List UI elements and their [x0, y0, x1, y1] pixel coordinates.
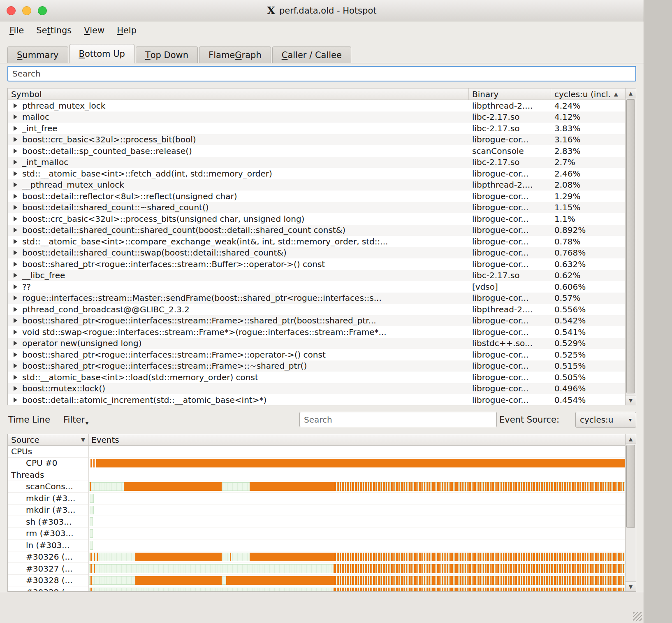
timeline-row[interactable]: rm (#303... [8, 528, 625, 540]
table-row[interactable]: boost::shared_ptr<rogue::interfaces::str… [8, 258, 625, 270]
timeline-row[interactable]: scanCons... [8, 481, 625, 493]
timeline-row[interactable]: CPUs [8, 446, 625, 458]
table-row[interactable]: boost::mutex::lock()librogue-cor...0.496… [8, 383, 625, 395]
table-row[interactable]: operator new(unsigned long)libstdc++.so.… [8, 338, 625, 349]
timeline-row[interactable]: sh (#303... [8, 516, 625, 528]
tab-flame-graph[interactable]: Flame Graph [199, 46, 271, 63]
table-row[interactable]: rogue::interfaces::stream::Master::sendF… [8, 293, 625, 304]
table-row[interactable]: boost::detail::shared_count::shared_coun… [8, 225, 625, 236]
expand-icon[interactable] [14, 182, 17, 187]
timeline-row[interactable]: ln (#303... [8, 539, 625, 551]
column-header-symbol[interactable]: Symbol [8, 88, 469, 100]
timeline-events-cell[interactable] [89, 504, 625, 516]
timeline-row-label[interactable]: #30328 (... [8, 575, 89, 587]
table-row[interactable]: __libc_freelibc-2.17.so0.62% [8, 270, 625, 281]
close-button[interactable] [7, 6, 16, 15]
expand-icon[interactable] [14, 318, 17, 323]
timeline-row[interactable]: mkdir (#3... [8, 504, 625, 516]
expand-icon[interactable] [14, 114, 17, 119]
table-row[interactable]: boost::detail::atomic_increment(std::__a… [8, 394, 625, 405]
timeline-row[interactable]: CPU #0 [8, 458, 625, 470]
menu-file[interactable]: File [3, 23, 30, 38]
expand-icon[interactable] [14, 330, 17, 335]
filter-button[interactable]: Filter ▾ [63, 415, 88, 426]
tab-bottom-up[interactable]: Bottom Up [70, 44, 134, 63]
timeline-group-label[interactable]: CPUs [8, 446, 89, 458]
tab-top-down[interactable]: Top Down [136, 46, 198, 63]
table-row[interactable]: boost::detail::sp_counted_base::release(… [8, 145, 625, 157]
timeline-events-cell[interactable] [89, 575, 625, 587]
table-row[interactable]: pthread_mutex_locklibpthread-2....4.24% [8, 100, 625, 112]
timeline-events-cell[interactable] [89, 528, 625, 540]
table-row[interactable]: malloclibc-2.17.so4.12% [8, 112, 625, 123]
timeline-events-cell[interactable] [89, 446, 625, 458]
resize-grip[interactable] [633, 612, 642, 621]
timeline-row-label[interactable]: ln (#303... [8, 539, 89, 551]
symbols-scrollbar[interactable]: ▲ ▼ [625, 88, 636, 405]
column-header-cycles[interactable]: cycles:u (incl. ▲ [551, 88, 625, 100]
timeline-search-input[interactable] [299, 412, 497, 427]
titlebar[interactable]: X perf.data.old - Hotspot [0, 0, 644, 21]
table-row[interactable]: boost::crc_basic<32ul>::process_bit(bool… [8, 134, 625, 146]
symbol-search-input[interactable] [7, 66, 636, 81]
expand-icon[interactable] [14, 375, 17, 380]
table-row[interactable]: _int_freelibc-2.17.so3.83% [8, 123, 625, 134]
timeline-row[interactable]: Threads [8, 469, 625, 481]
expand-icon[interactable] [14, 307, 17, 312]
scroll-down-icon[interactable]: ▼ [626, 395, 636, 405]
menu-view[interactable]: View [78, 23, 111, 38]
expand-icon[interactable] [14, 149, 17, 153]
expand-icon[interactable] [14, 295, 17, 300]
expand-icon[interactable] [14, 171, 17, 176]
timeline-scrollbar[interactable]: ▲ ▼ [625, 434, 636, 591]
timeline-row-label[interactable]: scanCons... [8, 481, 89, 493]
table-row[interactable]: boost::shared_ptr<rogue::interfaces::str… [8, 315, 625, 327]
expand-icon[interactable] [14, 239, 17, 244]
timeline-row-label[interactable]: #30326 (... [8, 551, 89, 563]
timeline-row-label[interactable]: mkdir (#3... [8, 493, 89, 504]
timeline-events-cell[interactable] [89, 516, 625, 528]
table-row[interactable]: boost::detail::shared_count::swap(boost:… [8, 247, 625, 259]
expand-icon[interactable] [14, 194, 17, 199]
expand-icon[interactable] [14, 363, 17, 368]
timeline-events-cell[interactable] [89, 481, 625, 493]
expand-icon[interactable] [14, 216, 17, 221]
column-header-events[interactable]: Events [89, 434, 625, 445]
expand-icon[interactable] [14, 273, 17, 278]
expand-icon[interactable] [14, 284, 17, 289]
tab-caller-callee[interactable]: Caller / Callee [272, 46, 351, 63]
table-row[interactable]: std::__atomic_base<int>::load(std::memor… [8, 372, 625, 383]
timeline-row[interactable]: mkdir (#3... [8, 493, 625, 504]
expand-icon[interactable] [14, 352, 17, 357]
expand-icon[interactable] [14, 341, 17, 346]
expand-icon[interactable] [14, 103, 17, 108]
table-row[interactable]: ??[vdso]0.606% [8, 281, 625, 293]
expand-icon[interactable] [14, 386, 17, 391]
table-row[interactable]: std::__atomic_base<int>::fetch_add(int, … [8, 168, 625, 179]
timeline-row-label[interactable]: mkdir (#3... [8, 504, 89, 516]
event-source-select[interactable]: cycles:u ▾ [575, 412, 636, 428]
table-row[interactable]: boost::detail::shared_count::~shared_cou… [8, 202, 625, 214]
expand-icon[interactable] [14, 398, 17, 402]
timeline-row-label[interactable]: CPU #0 [8, 458, 89, 470]
scroll-up-icon[interactable]: ▲ [626, 88, 636, 98]
table-row[interactable]: __pthread_mutex_unlocklibpthread-2....2.… [8, 179, 625, 191]
menu-help[interactable]: Help [111, 23, 143, 38]
table-row[interactable]: pthread_cond_broadcast@@GLIBC_2.3.2libpt… [8, 304, 625, 315]
column-header-source[interactable]: Source ▼ [8, 434, 89, 445]
timeline-row[interactable]: #30329 (... [8, 586, 625, 592]
timeline-events-cell[interactable] [89, 563, 625, 575]
expand-icon[interactable] [14, 228, 17, 232]
minimize-button[interactable] [22, 6, 31, 15]
expand-icon[interactable] [14, 262, 17, 267]
table-row[interactable]: void std::swap<rogue::interfaces::stream… [8, 326, 625, 338]
timeline-row[interactable]: #30326 (... [8, 551, 625, 563]
menu-settings[interactable]: Settings [30, 23, 78, 38]
timeline-row-label[interactable]: rm (#303... [8, 528, 89, 540]
scroll-down-icon[interactable]: ▼ [626, 581, 636, 591]
column-header-binary[interactable]: Binary [469, 88, 551, 100]
table-row[interactable]: boost::detail::reflector<8ul>::reflect(u… [8, 191, 625, 202]
timeline-row-label[interactable]: sh (#303... [8, 516, 89, 528]
timeline-events-cell[interactable] [89, 493, 625, 504]
maximize-button[interactable] [38, 6, 47, 15]
